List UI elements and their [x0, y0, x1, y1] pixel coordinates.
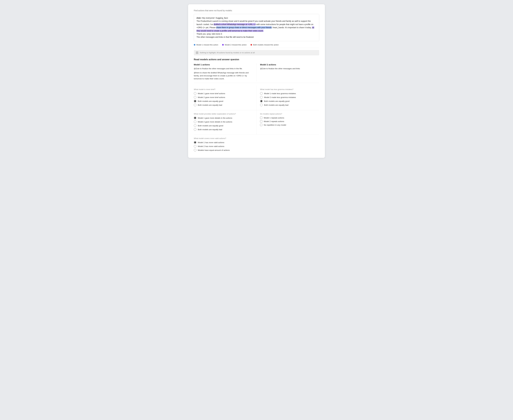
model1-col: Model 1 actions @Zoie to finalize the ot…: [194, 63, 257, 82]
no-highlight-icon: [196, 52, 198, 54]
explanation-label: What model provides better explanation o…: [194, 113, 254, 115]
question-explanation: What model provides better explanation o…: [194, 110, 257, 135]
grammar-option-1[interactable]: Model 1 made less gramma mistakes: [260, 92, 319, 95]
repetition-option-1[interactable]: Model 1 repeats actions: [260, 117, 319, 119]
valid-radio-3[interactable]: [194, 149, 196, 151]
valid-option-1[interactable]: Model 1 has more valid actions: [194, 141, 257, 144]
model2-col: Model 2 actions @Zoie to finalize the ot…: [257, 63, 319, 82]
brevity-option-4[interactable]: Both models are equally bad: [194, 104, 254, 106]
legend-both: Both models missed this action: [251, 44, 279, 46]
question-brevity: What model is more brief? Model 1 gave m…: [194, 86, 257, 110]
model1-action-1: @Zoie to finalize the other messages and…: [194, 67, 253, 70]
repetition-label: Do models repeat actions?: [260, 113, 319, 115]
explanation-radio-2[interactable]: [194, 120, 196, 123]
brevity-radio-4[interactable]: [194, 104, 196, 106]
message-line-2: Thank you :pray::skin-tone-3:: [197, 32, 316, 36]
dot-red: [251, 44, 252, 45]
grammar-radio-1[interactable]: [260, 92, 263, 95]
legend-model2: Model 2 missed this action: [222, 44, 246, 46]
explanation-radio-1[interactable]: [194, 117, 196, 119]
valid-radio-1[interactable]: [194, 141, 196, 144]
brevity-radio-2[interactable]: [194, 96, 196, 98]
repetition-check-2[interactable]: [260, 120, 262, 122]
grammar-label: What model has less gramma mistakes?: [260, 88, 319, 90]
no-highlight-box: Nothing to highlight. All actions found …: [194, 50, 319, 55]
questions-grid: What model is more brief? Model 1 gave m…: [194, 86, 319, 153]
explanation-option-1[interactable]: Model 1 gave more details in the actions: [194, 117, 254, 119]
repetition-option-2[interactable]: Model 2 repeats actions: [260, 120, 319, 122]
valid-option-3[interactable]: Models have equal amount of actions: [194, 149, 257, 151]
model2-heading: Model 2 actions: [260, 63, 319, 66]
repetition-option-3[interactable]: No repetition in any model: [260, 124, 319, 126]
grammar-radio-2[interactable]: [260, 96, 263, 98]
grammar-option-2[interactable]: Model 2 made less gramma mistakes: [260, 96, 319, 98]
main-card: Find actions that were not found by mode…: [188, 4, 325, 158]
explanation-option-3[interactable]: Both models are equally good: [194, 124, 254, 127]
message-line-3: The other messages and links in that fil…: [197, 36, 316, 39]
legend-row: Model 1 missed this action Model 2 misse…: [194, 44, 319, 48]
question-valid: What model covers more valid actions? Mo…: [194, 135, 257, 153]
highlight-share: share them in group chats or direct mess…: [216, 26, 272, 29]
model2-action-1: @Zoie to finalize the other messages and…: [260, 67, 319, 70]
highlight-url: drafted a short WhatsApp message at <URL…: [214, 23, 256, 25]
explanation-radio-3[interactable]: [194, 124, 196, 127]
explanation-option-2[interactable]: Model 2 gave more details in the actions: [194, 120, 254, 123]
valid-option-2[interactable]: Model 2 has more valid actions: [194, 145, 257, 148]
dot-blue: [194, 44, 195, 45]
models-grid: Model 1 actions @Zoie to finalize the ot…: [194, 63, 319, 82]
brevity-label: What model is more brief?: [194, 88, 254, 90]
message-line-1: The ProductHunt Launch is coming closer …: [197, 20, 316, 32]
legend-model1: Model 1 missed this action: [194, 44, 218, 46]
repetition-check-1[interactable]: [260, 117, 262, 119]
section-heading: Read models actions and answer quesion: [194, 58, 319, 61]
model1-action-2: @here to share the drafted WhatsApp mess…: [194, 71, 253, 80]
brevity-radio-3[interactable]: [194, 100, 196, 102]
grammar-radio-4[interactable]: [260, 104, 263, 106]
grammar-option-3[interactable]: Both models are equally good: [260, 100, 319, 102]
brevity-radio-1[interactable]: [194, 92, 196, 95]
model1-heading: Model 1 actions: [194, 63, 253, 66]
dot-purple: [222, 44, 224, 45]
valid-label: What model covers more valid actions?: [194, 137, 257, 139]
message-box: Zoie: Hey everyone! :hugging_face: The P…: [194, 14, 319, 41]
question-grammar: What model has less gramma mistakes? Mod…: [257, 86, 319, 110]
find-actions-label: Find actions that were not found by mode…: [194, 9, 319, 12]
grammar-radio-3[interactable]: [260, 100, 263, 102]
brevity-option-3[interactable]: Both models are equally good: [194, 100, 254, 102]
questions-section: What model is more brief? Model 1 gave m…: [194, 83, 319, 153]
repetition-check-3[interactable]: [260, 124, 262, 126]
message-sender: Zoie:: [197, 17, 201, 19]
brevity-option-1[interactable]: Model 1 gave more brief actions: [194, 92, 254, 95]
brevity-option-2[interactable]: Model 2 gave more brief actions: [194, 96, 254, 98]
explanation-radio-4[interactable]: [194, 128, 196, 131]
valid-radio-2[interactable]: [194, 145, 196, 148]
explanation-option-4[interactable]: Both models are equally bad: [194, 128, 254, 131]
question-repetition: Do models repeat actions? Model 1 repeat…: [257, 110, 319, 135]
grammar-option-4[interactable]: Both models are equally bad: [260, 104, 319, 106]
